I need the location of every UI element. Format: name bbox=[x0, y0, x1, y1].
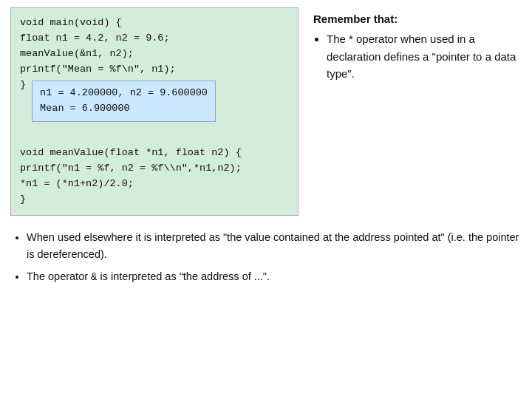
code-line-blank bbox=[20, 131, 289, 146]
info-bullet-list: The * operator when used in a declaratio… bbox=[327, 30, 522, 82]
code-text: float n1 = 4.2, n2 = 9.6; bbox=[20, 33, 170, 44]
code-line-5-brace: } bbox=[20, 78, 26, 93]
bottom-bullet-text-1: When used elsewhere it is interpreted as… bbox=[27, 231, 519, 260]
code-line-2: float n1 = 4.2, n2 = 9.6; bbox=[20, 31, 289, 47]
code-text: printf("Mean = %f\n", n1); bbox=[20, 64, 176, 75]
code-line-fn2: printf("n1 = %f, n2 = %f\\n",*n1,n2); bbox=[20, 161, 289, 177]
code-line-1: void main(void) { bbox=[20, 16, 289, 31]
code-text: void main(void) { bbox=[20, 17, 122, 28]
code-line-fn4: } bbox=[20, 192, 289, 208]
bottom-bullet-list: When used elsewhere it is interpreted as… bbox=[27, 229, 522, 285]
code-line-fn1: void meanValue(float *n1, float n2) { bbox=[20, 146, 289, 161]
remember-title: Remember that: bbox=[313, 10, 522, 27]
code-line-3: meanValue(&n1, n2); bbox=[20, 47, 289, 62]
info-bullet-text: The * operator when used in a declaratio… bbox=[327, 33, 516, 80]
code-line-fn3: *n1 = (*n1+n2)/2.0; bbox=[20, 177, 289, 192]
output-line-2: Mean = 6.900000 bbox=[40, 101, 208, 117]
code-line-4: printf("Mean = %f\n", n1); bbox=[20, 62, 289, 78]
info-panel: Remember that: The * operator when used … bbox=[309, 7, 522, 216]
bottom-bullet-item-1: When used elsewhere it is interpreted as… bbox=[27, 229, 522, 263]
output-box: n1 = 4.200000, n2 = 9.600000 Mean = 6.90… bbox=[32, 81, 216, 122]
output-line-1: n1 = 4.200000, n2 = 9.600000 bbox=[40, 86, 208, 101]
code-text: meanValue(&n1, n2); bbox=[20, 48, 134, 59]
bottom-bullets-section: When used elsewhere it is interpreted as… bbox=[10, 229, 522, 290]
bottom-bullet-text-2: The operator & is interpreted as "the ad… bbox=[27, 270, 270, 282]
code-panel: void main(void) { float n1 = 4.2, n2 = 9… bbox=[10, 7, 299, 216]
bottom-bullet-item-2: The operator & is interpreted as "the ad… bbox=[27, 268, 522, 285]
top-section: void main(void) { float n1 = 4.2, n2 = 9… bbox=[10, 7, 522, 216]
info-bullet-item: The * operator when used in a declaratio… bbox=[327, 30, 522, 82]
